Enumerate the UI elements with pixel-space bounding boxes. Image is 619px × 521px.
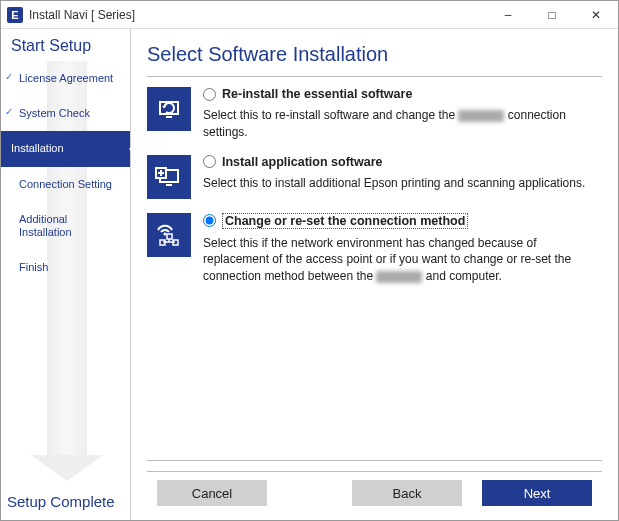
titlebar: E Install Navi [ Series] – □ ✕ [1,1,618,29]
option-title: Install application software [222,155,382,169]
option-radio[interactable] [203,88,216,101]
content: Start Setup ✓License Agreement✓System Ch… [1,29,618,520]
step-label: Finish [19,261,48,273]
option-radio-label[interactable]: Install application software [203,155,602,169]
option-radio[interactable] [203,155,216,168]
sidebar-footer: Setup Complete [1,487,130,520]
close-button[interactable]: ✕ [574,1,618,28]
svg-rect-10 [167,234,172,239]
redacted-text: xxxxx [376,271,422,283]
reinstall-icon [147,87,191,131]
option-title: Re-install the essential software [222,87,412,101]
steps-list: ✓License Agreement✓System CheckInstallat… [1,57,130,487]
change-conn-icon [147,213,191,257]
option-body: Change or re-set the connection methodSe… [203,213,602,285]
step-system-check: ✓System Check [1,96,130,131]
svg-rect-3 [166,184,172,186]
option-description: Select this to install additional Epson … [203,175,602,192]
svg-point-7 [164,232,167,235]
svg-rect-1 [166,116,172,118]
option-reinstall: Re-install the essential softwareSelect … [147,87,602,141]
app-icon: E [7,7,23,23]
option-install-app: Install application softwareSelect this … [147,155,602,199]
step-installation: Installation [1,131,130,166]
cancel-button[interactable]: Cancel [157,480,267,506]
sidebar: Start Setup ✓License Agreement✓System Ch… [1,29,131,520]
window-title: Install Navi [ Series] [29,8,135,22]
page-title: Select Software Installation [147,43,602,66]
divider [147,76,602,77]
step-label: License Agreement [19,72,113,84]
option-radio-label[interactable]: Change or re-set the connection method [203,213,602,229]
check-icon: ✓ [5,106,13,118]
option-title: Change or re-set the connection method [222,213,468,229]
installer-window: E Install Navi [ Series] – □ ✕ Start Set… [0,0,619,521]
step-connection-setting: Connection Setting [1,167,130,202]
footer: Cancel Back Next [147,471,602,516]
option-radio-label[interactable]: Re-install the essential software [203,87,602,101]
option-body: Re-install the essential softwareSelect … [203,87,602,141]
step-label: Connection Setting [19,178,112,190]
maximize-button[interactable]: □ [530,1,574,28]
step-finish: Finish [1,250,130,285]
sidebar-header: Start Setup [1,29,130,57]
option-change-conn: Change or re-set the connection methodSe… [147,213,602,285]
step-license-agreement: ✓License Agreement [1,61,130,96]
step-label: Installation [11,142,64,154]
divider [147,460,602,461]
install-app-icon [147,155,191,199]
options-list: Re-install the essential softwareSelect … [147,87,602,460]
step-additional-installation: Additional Installation [1,202,130,250]
check-icon: ✓ [5,71,13,83]
option-radio[interactable] [203,214,216,227]
main-panel: Select Software Installation Re-install … [131,29,618,520]
option-description: Select this to re-install software and c… [203,107,602,141]
next-button[interactable]: Next [482,480,592,506]
option-body: Install application softwareSelect this … [203,155,602,192]
step-label: System Check [19,107,90,119]
step-label: Additional Installation [19,213,72,238]
minimize-button[interactable]: – [486,1,530,28]
redacted-text: xxxxx [458,110,504,122]
option-description: Select this if the network environment h… [203,235,602,285]
back-button[interactable]: Back [352,480,462,506]
progress-arrow-head-icon [31,455,103,481]
